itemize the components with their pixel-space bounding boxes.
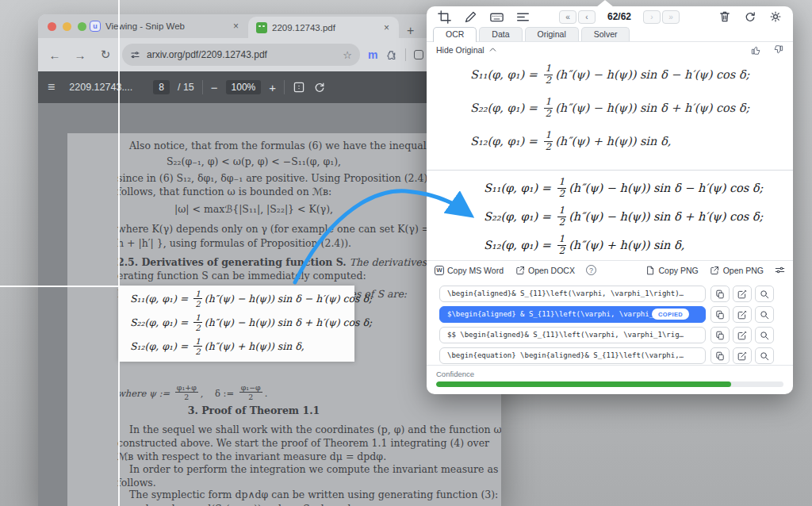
confidence-bar [436,381,783,387]
traffic-lights [48,22,86,31]
url-text[interactable]: arxiv.org/pdf/2209.12743.pdf [147,49,336,60]
close-tab-icon[interactable]: × [232,21,240,32]
external-link-icon [710,265,720,275]
copy-button[interactable] [710,327,730,343]
latex-formats-section: \begin{aligned}& S_{11}\left(\varphi, \v… [427,281,793,365]
pdf-text-line: ℳʙ with respect to the invariant measure… [117,450,386,462]
pdf-where-line: where ψ := φ₁+φ2, δ := φ₁−φ2. [117,384,267,401]
settings-gear-icon[interactable] [768,9,783,25]
snip-selection-box[interactable]: S₁₁(φ, φ₁) = 12(h″(ψ) − h(ψ)) sin δ − h′… [119,286,354,362]
page-number-input[interactable]: 8 [153,80,170,94]
prev-result-button[interactable]: ‹ [578,10,596,24]
forward-button[interactable]: → [71,48,89,62]
tab-pdf[interactable]: 2209.12743.pdf × [248,17,399,38]
zoom-out-button[interactable]: − [211,81,218,94]
tab-ocr[interactable]: OCR [433,27,477,42]
pdf-section-3-heading: 3. Proof of Theorem 1.1 [79,404,428,416]
pdf-equation-s11: S₁₁(φ, φ₁) = 12(h″(ψ) − h(ψ)) sin δ − h′… [130,289,372,309]
reload-button[interactable]: ↻ [97,48,114,62]
tab-snip-web[interactable]: u Viewing - Snip Web × [82,14,248,38]
text-lines-icon[interactable] [515,9,530,25]
zoom-level[interactable]: 100% [226,80,262,94]
mathpix-extension-icon[interactable]: m [368,48,377,61]
original-equation-s12: S₁₂(φ, φ₁) = 12(h″(ψ) + h(ψ)) sin δ, [470,131,671,152]
pdf-text-line: since in (6) S₁₂, δφ₁, δφ₋₁ are positive… [117,172,451,184]
latex-row-display-dollar: $$ \begin{aligned}& S_{11}\left(\varphi,… [439,327,780,343]
pdf-math-line: S₂₂(φ₋₁, φ) < ω(p, φ) < −S₁₁(φ, φ₁), [79,155,428,167]
close-tab-icon[interactable]: × [382,22,391,33]
latex-code-field[interactable]: \begin{aligned}& S_{11}\left(\varphi, \v… [439,286,706,302]
sidebar-icon[interactable] [414,50,423,59]
export-actions-row: W Copy MS Word Open DOCX ? Copy PNG Open… [427,260,793,279]
first-result-button[interactable]: « [559,10,576,24]
zoom-window-button[interactable] [78,22,86,31]
original-equation-s22: S₂₂(φ, φ₁) = 12(h″(ψ) − h(ψ)) sin δ + h′… [470,98,749,119]
tab-original[interactable]: Original [525,27,579,41]
copy-ms-word-button[interactable]: W Copy MS Word [435,266,504,275]
next-result-button[interactable]: › [643,10,661,24]
open-png-button[interactable]: Open PNG [710,265,764,275]
fit-page-icon[interactable] [293,81,305,94]
edit-button[interactable] [733,286,752,302]
pdf-equation-s22: S₂₂(φ, φ₁) = 12(h″(ψ) − h(ψ)) sin δ + h′… [130,313,372,332]
copy-png-button[interactable]: Copy PNG [645,265,698,275]
tab-solver[interactable]: Solver [581,27,630,41]
refresh-icon[interactable] [742,9,758,25]
search-button[interactable] [755,347,774,364]
new-tab-button[interactable]: + [407,24,414,38]
pdf-favicon [256,22,267,33]
pdf-math-line: |ω| < maxℬ{|S₁₁|, |S₂₂|} < K(γ), [79,203,428,215]
search-button[interactable] [755,286,774,302]
format-settings-button[interactable] [775,265,785,275]
copy-button[interactable] [710,286,730,302]
snip-crosshair-vertical [118,0,120,506]
copy-button[interactable] [710,347,730,364]
minimize-window-button[interactable] [63,22,71,31]
edit-button[interactable] [733,347,752,364]
keyboard-icon[interactable] [488,9,504,25]
pdf-math-line: dp ∧ dφ = −d(S₁(φ, φ₁)) ∧ dφ = S₁₂dφ ∧ d… [79,503,428,506]
extensions-puzzle-icon[interactable] [385,49,397,61]
edit-button[interactable] [733,306,752,323]
latex-row-equation-env: \begin{equation} \begin{aligned}& S_{11}… [439,347,780,364]
close-window-button[interactable] [48,22,56,31]
latex-code-field[interactable]: $$ \begin{aligned}& S_{11}\left(\varphi,… [439,327,706,343]
address-bar[interactable]: arxiv.org/pdf/2209.12743.pdf ☆ [122,44,360,66]
snip-crop-icon[interactable] [436,9,452,25]
thumbs-up-icon[interactable] [751,44,762,56]
snip-crosshair-horizontal [0,286,354,287]
copy-button[interactable] [710,306,730,323]
rendered-equation-s22: S₂₂(φ, φ₁) = 12(h″(ψ) − h(ψ)) sin δ + h′… [484,206,763,228]
trash-icon[interactable] [717,9,733,25]
copied-badge: COPIED [652,309,689,320]
rendered-equation-s12: S₁₂(φ, φ₁) = 12(h″(ψ) + h(ψ)) sin δ, [484,235,684,256]
rotate-icon[interactable] [313,81,326,94]
original-equation-s11: S₁₁(φ, φ₁) = 12(h″(ψ) − h(ψ)) sin δ − h′… [470,64,749,86]
bookmark-star-icon[interactable]: ☆ [343,49,352,61]
pdf-text-line: h + |h′| }, using formulas of Propositio… [117,237,351,249]
last-result-button[interactable]: » [662,10,680,24]
zoom-in-button[interactable]: + [269,81,276,94]
help-icon[interactable]: ? [586,265,596,275]
panel-tabs: OCR Data Original Solver [427,27,793,42]
latex-code-field[interactable]: \begin{equation} \begin{aligned}& S_{11}… [439,347,706,364]
pdf-text-line: constructed above. We start the proof of… [117,437,489,449]
chevron-up-icon[interactable] [488,44,498,55]
pdf-text-line: Also notice, that from the formulas (6) … [129,140,439,151]
pdf-text-line: The symplectic form dp∧dφ can be written… [129,489,498,500]
pdf-text-line: In the sequel we shall work with the coo… [129,424,501,435]
site-settings-icon[interactable] [130,50,140,60]
draw-pen-icon[interactable] [462,9,478,25]
search-button[interactable] [755,327,774,343]
hide-original-row: Hide Original [427,43,793,56]
back-button[interactable]: ← [46,48,63,62]
search-button[interactable] [755,306,774,323]
latex-row-inline-dollar: $\begin{aligned} & S_{11}\left(\varphi, … [439,306,780,323]
open-docx-button[interactable]: Open DOCX [515,265,575,275]
tab-data[interactable]: Data [479,27,522,41]
edit-button[interactable] [733,327,752,343]
external-link-icon [515,265,525,275]
thumbs-down-icon[interactable] [772,44,783,56]
menu-icon[interactable]: ≡ [48,80,55,94]
hide-original-toggle[interactable]: Hide Original [436,45,485,55]
